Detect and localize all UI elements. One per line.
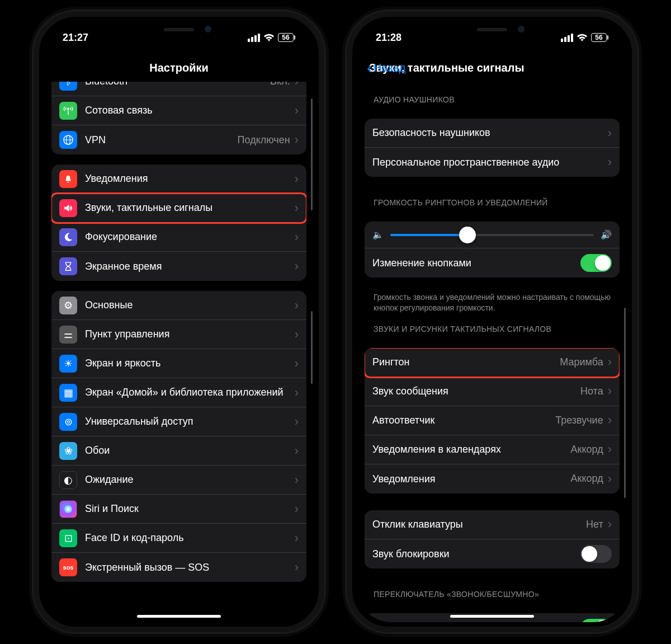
battery-indicator: 56 xyxy=(591,33,608,42)
group-sounds: РингтонМаримба›Звук сообщенияНота›Автоот… xyxy=(365,348,620,493)
group-keyboard: Отклик клавиатуры Нет › Звук блокировки xyxy=(365,510,620,568)
nav-bar: Настройки xyxy=(44,54,314,82)
row-label: Ожидание xyxy=(85,473,290,486)
row-flower[interactable]: ❀Обои› xyxy=(51,436,306,466)
row-sound-1[interactable]: Звук сообщенияНота› xyxy=(365,377,620,406)
row-screentime[interactable]: Экранное время › xyxy=(51,252,306,281)
row-headphone-safety[interactable]: Безопасность наушников › xyxy=(365,119,620,148)
toggle-change-with-buttons[interactable] xyxy=(580,254,612,272)
hourglass-icon xyxy=(59,257,77,275)
row-notifications[interactable]: Уведомления › xyxy=(51,164,306,194)
row-sounds-haptics[interactable]: Звуки, тактильные сигналы › xyxy=(51,194,306,223)
back-button[interactable]: ‹ Назад xyxy=(367,59,405,76)
chevron-right-icon: › xyxy=(295,259,299,274)
row-label: Фокусирование xyxy=(85,231,290,243)
chevron-left-icon: ‹ xyxy=(367,59,372,76)
row-sos[interactable]: sosЭкстренный вызов — SOS› xyxy=(51,553,306,582)
row-sound-3[interactable]: Уведомления в календаряхАккорд› xyxy=(365,435,620,464)
row-label: Рингтон xyxy=(372,356,555,369)
wifi-icon xyxy=(577,33,588,42)
volume-high-icon: 🔊 xyxy=(601,229,612,240)
row-label: Экранное время xyxy=(85,260,290,273)
section-header-sounds: ЗВУКИ И РИСУНКИ ТАКТИЛЬНЫХ СИГНАЛОВ xyxy=(365,313,620,338)
row-grid[interactable]: ▦Экран «Домой» и библиотека приложений› xyxy=(51,378,306,407)
row-spatial-audio[interactable]: Персональное пространственное аудио › xyxy=(365,148,620,177)
group-general: ⚙︎Основные›⚌Пункт управления›☀︎Экран и я… xyxy=(51,291,306,582)
row-faceid[interactable]: ⊡Face ID и код-пароль› xyxy=(51,524,306,553)
section-footer-volume: Громкость звонка и уведомлений можно нас… xyxy=(365,288,620,313)
notch xyxy=(431,21,554,40)
row-siri[interactable]: Siri и Поиск› xyxy=(51,495,306,524)
chevron-right-icon: › xyxy=(608,384,612,398)
chevron-right-icon: › xyxy=(295,531,299,546)
row-vpn[interactable]: VPN Подключен › xyxy=(51,125,306,154)
chevron-right-icon: › xyxy=(295,444,299,458)
row-cellular[interactable]: Сотовая связь › xyxy=(51,96,306,125)
row-clock[interactable]: ◐Ожидание› xyxy=(51,466,306,495)
row-label: Сотовая связь xyxy=(85,104,290,117)
row-keyboard-feedback[interactable]: Отклик клавиатуры Нет › xyxy=(365,510,620,539)
wifi-icon xyxy=(263,33,275,42)
row-sound-2[interactable]: АвтоответчикТрезвучие› xyxy=(365,406,620,435)
row-label: Bluetooth xyxy=(85,82,266,88)
figure-icon: ⊚ xyxy=(59,413,77,431)
chevron-right-icon: › xyxy=(608,355,612,369)
row-label: Уведомления в календарях xyxy=(372,443,566,456)
row-sun[interactable]: ☀︎Экран и яркость› xyxy=(51,349,306,378)
slider-thumb[interactable] xyxy=(459,227,476,243)
chevron-right-icon: › xyxy=(295,386,299,400)
row-value: Аккорд xyxy=(571,444,603,455)
row-label: Пункт управления xyxy=(85,328,290,341)
chevron-right-icon: › xyxy=(295,473,299,487)
scroll-indicator xyxy=(311,311,313,384)
row-focus[interactable]: Фокусирование › xyxy=(51,223,306,252)
status-time: 21:28 xyxy=(376,32,401,44)
row-value: Подключен xyxy=(238,134,290,146)
chevron-right-icon: › xyxy=(295,415,299,429)
chevron-right-icon: › xyxy=(295,560,299,575)
sos-icon: sos xyxy=(59,558,77,576)
row-label: Универсальный доступ xyxy=(85,415,290,428)
toggle-haptics-ring[interactable] xyxy=(580,619,612,622)
power-button xyxy=(323,162,324,252)
chevron-right-icon: › xyxy=(295,172,299,186)
row-label: Уведомления xyxy=(85,172,290,185)
volume-slider[interactable] xyxy=(390,234,594,236)
sun-icon: ☀︎ xyxy=(59,355,77,373)
svg-point-0 xyxy=(67,107,69,110)
gear-icon: ⚙︎ xyxy=(59,297,77,314)
row-label: Звук сообщения xyxy=(372,385,576,398)
row-lock-sound[interactable]: Звук блокировки xyxy=(365,539,620,568)
moon-icon xyxy=(59,228,77,246)
home-indicator[interactable] xyxy=(450,615,534,618)
row-label: Звуки, тактильные сигналы xyxy=(85,201,290,214)
row-change-with-buttons[interactable]: Изменение кнопками xyxy=(365,248,620,278)
bell-icon xyxy=(59,170,77,188)
row-value: Маримба xyxy=(560,356,603,368)
row-sound-0[interactable]: РингтонМаримба› xyxy=(365,348,620,377)
clock-icon: ◐ xyxy=(59,471,77,489)
nav-bar: ‹ Назад Звуки, тактильные сигналы xyxy=(357,54,627,82)
chevron-right-icon: › xyxy=(608,517,612,532)
chevron-right-icon: › xyxy=(295,356,299,371)
chevron-right-icon: › xyxy=(295,82,299,89)
chevron-right-icon: › xyxy=(295,104,299,118)
power-button xyxy=(636,162,637,252)
row-label: Face ID и код-пароль xyxy=(85,532,290,544)
home-indicator[interactable] xyxy=(137,615,221,618)
row-gear[interactable]: ⚙︎Основные› xyxy=(51,291,306,320)
row-figure[interactable]: ⊚Универсальный доступ› xyxy=(51,407,306,436)
status-time: 21:27 xyxy=(63,32,88,44)
row-sound-4[interactable]: УведомленияАккорд› xyxy=(365,464,620,493)
row-bluetooth[interactable]: ᛒ Bluetooth Вкл. › xyxy=(51,82,306,96)
row-label: Экран и яркость xyxy=(85,357,290,370)
cellular-icon xyxy=(561,34,573,42)
row-switches[interactable]: ⚌Пункт управления› xyxy=(51,320,306,349)
row-label: Изменение кнопками xyxy=(372,257,580,270)
mute-switch xyxy=(347,129,348,157)
settings-list[interactable]: ᛒ Bluetooth Вкл. › Сотовая связь › VPN П… xyxy=(44,82,314,622)
sounds-list[interactable]: АУДИО НАУШНИКОВ Безопасность наушников ›… xyxy=(357,84,627,622)
mute-switch xyxy=(34,129,35,157)
toggle-lock-sound[interactable] xyxy=(580,545,612,563)
row-value: Нет xyxy=(586,519,603,530)
